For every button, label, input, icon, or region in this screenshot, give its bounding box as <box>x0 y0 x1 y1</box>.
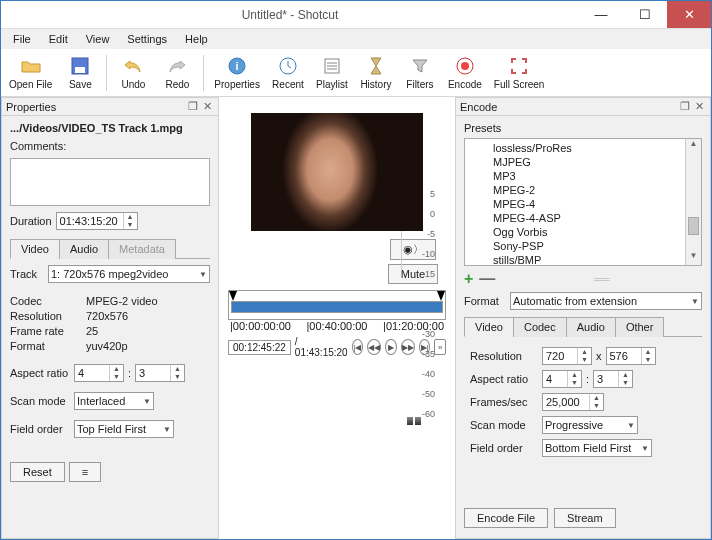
reset-button[interactable]: Reset <box>10 462 65 482</box>
menu-settings[interactable]: Settings <box>119 31 175 47</box>
enc-field-label: Field order <box>470 442 536 454</box>
timeline[interactable]: |00:00:00:00|00:40:00:00|01:20:00:00 00:… <box>228 290 446 358</box>
enc-resolution-label: Resolution <box>470 350 536 362</box>
codec-value: MPEG-2 video <box>86 295 210 307</box>
field-select[interactable]: Top Field First▼ <box>74 420 174 438</box>
codec-label: Codec <box>10 295 80 307</box>
tab-metadata[interactable]: Metadata <box>108 239 176 259</box>
presets-list[interactable]: lossless/ProRes MJPEG MP3 MPEG-2 MPEG-4 … <box>464 138 702 266</box>
enc-aspect-label: Aspect ratio <box>470 373 536 385</box>
tab-audio[interactable]: Audio <box>59 239 109 259</box>
menu-edit[interactable]: Edit <box>41 31 76 47</box>
playlist-button[interactable]: Playlist <box>314 53 350 92</box>
preset-item[interactable]: stills/BMP <box>465 253 685 265</box>
menu-view[interactable]: View <box>78 31 118 47</box>
undo-button[interactable]: Undo <box>115 53 151 92</box>
fullscreen-button[interactable]: Full Screen <box>492 53 547 92</box>
preset-item[interactable]: Ogg Vorbis <box>465 225 685 239</box>
meter-bar-left <box>407 417 413 425</box>
next-button[interactable]: ▶▶ <box>401 339 415 355</box>
format-label: Format <box>10 340 80 352</box>
open-file-button[interactable]: Open File <box>7 53 54 92</box>
enc-aspect-h[interactable]: ▲▼ <box>593 370 633 388</box>
encode-button[interactable]: Encode <box>446 53 484 92</box>
enc-res-h[interactable]: ▲▼ <box>606 347 656 365</box>
redo-icon <box>166 55 188 77</box>
drag-handle-icon[interactable]: ══ <box>501 273 702 285</box>
remove-preset-button[interactable]: — <box>479 270 495 288</box>
comments-input[interactable] <box>10 158 210 206</box>
panel-float-button[interactable]: ❐ <box>678 100 692 113</box>
track-select[interactable]: 1: 720x576 mpeg2video▼ <box>48 265 210 283</box>
resolution-value: 720x576 <box>86 310 210 322</box>
history-button[interactable]: History <box>358 53 394 92</box>
menu-button[interactable]: ≡ <box>69 462 101 482</box>
comments-label: Comments: <box>10 140 210 152</box>
funnel-icon <box>409 55 431 77</box>
aspect-h-spinner[interactable]: ▲▼ <box>135 364 185 382</box>
duration-spinner[interactable]: ▲▼ <box>56 212 138 230</box>
play-button[interactable]: ▶ <box>385 339 397 355</box>
panel-float-button[interactable]: ❐ <box>186 100 200 113</box>
encode-format-select[interactable]: Automatic from extension▼ <box>510 292 702 310</box>
encode-file-button[interactable]: Encode File <box>464 508 548 528</box>
panel-close-button[interactable]: ✕ <box>200 100 214 113</box>
svg-rect-1 <box>75 67 85 73</box>
properties-button[interactable]: iProperties <box>212 53 262 92</box>
video-preview[interactable] <box>251 113 423 231</box>
stream-button[interactable]: Stream <box>554 508 615 528</box>
scan-select[interactable]: Interlaced▼ <box>74 392 154 410</box>
scan-label: Scan mode <box>10 395 70 407</box>
skip-start-button[interactable]: |◀ <box>352 339 364 355</box>
info-icon: i <box>226 55 248 77</box>
field-label: Field order <box>10 423 70 435</box>
menu-help[interactable]: Help <box>177 31 216 47</box>
maximize-button[interactable]: ☐ <box>623 1 667 28</box>
close-button[interactable]: ✕ <box>667 1 711 28</box>
panel-close-button[interactable]: ✕ <box>692 100 706 113</box>
enc-scan-select[interactable]: Progressive▼ <box>542 416 638 434</box>
encode-title: Encode <box>460 101 497 113</box>
tab-video[interactable]: Video <box>10 239 60 259</box>
svg-point-10 <box>461 62 469 70</box>
clock-icon <box>277 55 299 77</box>
menubar: File Edit View Settings Help <box>1 29 711 49</box>
resolution-label: Resolution <box>10 310 80 322</box>
menu-file[interactable]: File <box>5 31 39 47</box>
folder-open-icon <box>20 55 42 77</box>
end-marker-icon[interactable] <box>437 291 445 301</box>
aspect-w-spinner[interactable]: ▲▼ <box>74 364 124 382</box>
encode-tab-video[interactable]: Video <box>464 317 514 337</box>
preset-item[interactable]: MJPEG <box>465 155 685 169</box>
presets-scrollbar[interactable]: ▲▼ <box>685 139 701 265</box>
minimize-button[interactable]: — <box>579 1 623 28</box>
enc-fps[interactable]: ▲▼ <box>542 393 604 411</box>
enc-field-select: Bottom Field First▼ <box>542 439 652 457</box>
preset-item[interactable]: Sony-PSP <box>465 239 685 253</box>
preset-item[interactable]: MPEG-4 <box>465 197 685 211</box>
current-time[interactable]: 00:12:45:22 <box>228 340 291 355</box>
preset-item[interactable]: MPEG-4-ASP <box>465 211 685 225</box>
enc-res-w[interactable]: ▲▼ <box>542 347 592 365</box>
encode-tab-other[interactable]: Other <box>615 317 665 337</box>
preset-item[interactable]: MPEG-2 <box>465 183 685 197</box>
aspect-label: Aspect ratio <box>10 367 70 379</box>
properties-title: Properties <box>6 101 56 113</box>
encode-panel: Encode❐✕ Presets lossless/ProRes MJPEG M… <box>455 97 711 539</box>
properties-panel: Properties❐✕ .../Videos/VIDEO_TS Track 1… <box>1 97 219 539</box>
framerate-label: Frame rate <box>10 325 80 337</box>
redo-button[interactable]: Redo <box>159 53 195 92</box>
encode-tab-audio[interactable]: Audio <box>566 317 616 337</box>
playhead-icon[interactable] <box>229 291 237 301</box>
filters-button[interactable]: Filters <box>402 53 438 92</box>
encode-tab-codec[interactable]: Codec <box>513 317 567 337</box>
preset-item[interactable]: MP3 <box>465 169 685 183</box>
prev-button[interactable]: ◀◀ <box>367 339 381 355</box>
add-preset-button[interactable]: + <box>464 270 473 288</box>
encode-format-label: Format <box>464 295 506 307</box>
enc-scan-label: Scan mode <box>470 419 536 431</box>
save-button[interactable]: Save <box>62 53 98 92</box>
enc-aspect-w[interactable]: ▲▼ <box>542 370 582 388</box>
recent-button[interactable]: Recent <box>270 53 306 92</box>
preset-item[interactable]: lossless/ProRes <box>465 141 685 155</box>
